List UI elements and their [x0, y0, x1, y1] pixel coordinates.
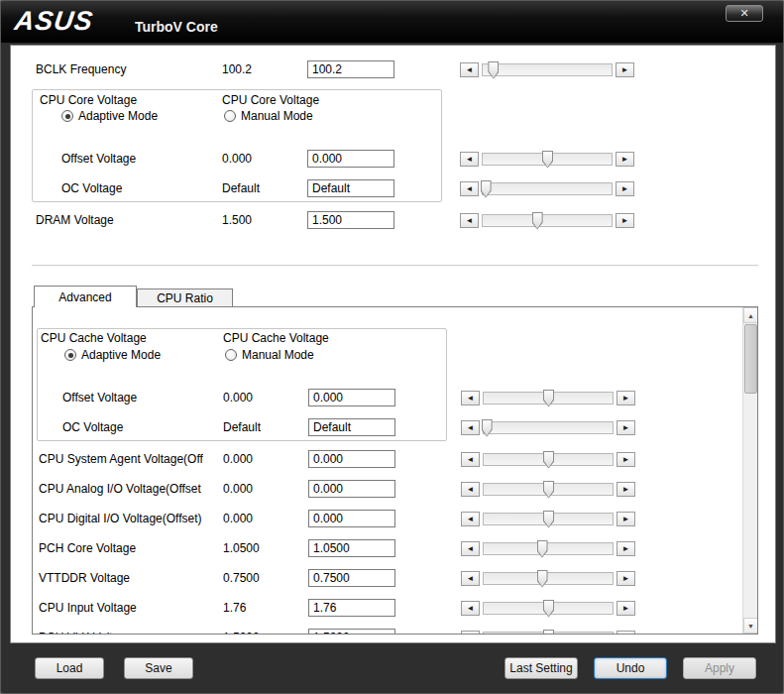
slider-thumb[interactable]: [543, 390, 554, 407]
offset-voltage-input[interactable]: [307, 150, 394, 168]
offset-voltage-slider[interactable]: ◄►: [460, 150, 634, 168]
cpu-core-manual-option[interactable]: Manual Mode: [224, 109, 313, 123]
slider-thumb[interactable]: [488, 61, 499, 79]
slider-thumb[interactable]: [537, 570, 548, 588]
vttddr-voltage-slider[interactable]: ◄►: [461, 569, 635, 587]
slider-right-arrow-icon[interactable]: ►: [616, 181, 634, 196]
pch-core-voltage-slider[interactable]: ◄►: [461, 539, 635, 557]
cpu-system-agent-voltage-input[interactable]: [308, 450, 395, 468]
cpu-core-oc-voltage-row: OC Voltage Default ◄►: [11, 179, 775, 197]
cpu-core-adaptive-radio[interactable]: [61, 110, 73, 122]
slider-thumb[interactable]: [543, 630, 554, 636]
slider-left-arrow-icon[interactable]: ◄: [461, 452, 480, 467]
slider-thumb[interactable]: [537, 540, 548, 558]
tab-advanced[interactable]: Advanced: [34, 286, 137, 307]
dram-voltage-slider[interactable]: ◄►: [460, 211, 634, 229]
slider-left-arrow-icon[interactable]: ◄: [461, 601, 480, 616]
scroll-down-button[interactable]: ▼: [743, 618, 758, 634]
slider-right-arrow-icon[interactable]: ►: [616, 391, 635, 405]
offset-voltage-slider[interactable]: ◄►: [461, 389, 635, 406]
slider-track[interactable]: [483, 483, 614, 496]
slider-thumb[interactable]: [543, 481, 554, 499]
slider-left-arrow-icon[interactable]: ◄: [460, 181, 479, 196]
slider-left-arrow-icon[interactable]: ◄: [461, 420, 480, 435]
oc-voltage-slider[interactable]: ◄►: [460, 179, 634, 197]
slider-right-arrow-icon[interactable]: ►: [616, 601, 635, 616]
slider-right-arrow-icon[interactable]: ►: [616, 213, 634, 228]
apply-button[interactable]: Apply: [683, 657, 756, 679]
slider-thumb[interactable]: [482, 419, 493, 437]
slider-thumb[interactable]: [532, 212, 543, 230]
slider-track[interactable]: [483, 542, 614, 555]
slider-right-arrow-icon[interactable]: ►: [616, 512, 635, 526]
slider-track[interactable]: [482, 182, 613, 195]
slider-track[interactable]: [482, 214, 613, 227]
bclk-frequency-slider[interactable]: ◄►: [460, 60, 634, 78]
slider-right-arrow-icon[interactable]: ►: [616, 541, 635, 556]
slider-track[interactable]: [483, 513, 614, 525]
load-button[interactable]: Load: [35, 657, 104, 679]
slider-track[interactable]: [483, 421, 614, 434]
slider-right-arrow-icon[interactable]: ►: [616, 452, 635, 467]
cpu-digital-io-voltage-slider[interactable]: ◄►: [461, 510, 635, 527]
slider-left-arrow-icon[interactable]: ◄: [460, 213, 479, 228]
slider-right-arrow-icon[interactable]: ►: [616, 482, 635, 497]
cpu-input-voltage-slider[interactable]: ◄►: [461, 599, 635, 617]
cpu-core-adaptive-option[interactable]: Adaptive Mode: [61, 109, 158, 123]
vttddr-voltage-input[interactable]: [308, 569, 395, 587]
slider-track[interactable]: [482, 63, 613, 76]
last-setting-button[interactable]: Last Setting: [504, 657, 578, 679]
slider-thumb[interactable]: [543, 451, 554, 469]
slider-track[interactable]: [483, 453, 614, 466]
slider-track[interactable]: [483, 602, 614, 615]
oc-voltage-input[interactable]: [307, 179, 394, 197]
save-button[interactable]: Save: [124, 657, 193, 679]
slider-left-arrow-icon[interactable]: ◄: [461, 631, 480, 636]
offset-voltage-input[interactable]: [308, 389, 395, 406]
bclk-frequency-input[interactable]: [307, 60, 394, 78]
slider-track[interactable]: [482, 153, 613, 166]
slider-left-arrow-icon[interactable]: ◄: [460, 152, 479, 167]
slider-right-arrow-icon[interactable]: ►: [616, 152, 634, 167]
slider-left-arrow-icon[interactable]: ◄: [461, 482, 480, 497]
slider-thumb[interactable]: [543, 600, 554, 618]
pch-vlx-voltage-input[interactable]: [308, 629, 395, 635]
cpu-analog-io-voltage-input[interactable]: [308, 480, 395, 498]
slider-right-arrow-icon[interactable]: ►: [616, 62, 634, 77]
scrollbar-thumb[interactable]: [744, 324, 757, 394]
tab-cpu-ratio[interactable]: CPU Ratio: [137, 289, 233, 307]
cpu-cache-manual-option[interactable]: Manual Mode: [225, 348, 314, 362]
cpu-system-agent-voltage-slider[interactable]: ◄►: [461, 450, 635, 468]
slider-right-arrow-icon[interactable]: ►: [616, 571, 635, 586]
slider-thumb[interactable]: [481, 180, 492, 198]
slider-thumb[interactable]: [542, 151, 553, 169]
slider-right-arrow-icon[interactable]: ►: [616, 631, 635, 636]
slider-left-arrow-icon[interactable]: ◄: [461, 541, 480, 556]
cpu-cache-adaptive-radio[interactable]: [64, 349, 76, 361]
cpu-core-manual-radio[interactable]: [224, 110, 236, 122]
slider-left-arrow-icon[interactable]: ◄: [461, 571, 480, 586]
advanced-panel: CPU Cache Voltage CPU Cache Voltage Adap…: [32, 306, 758, 635]
dram-voltage-input[interactable]: [307, 211, 394, 229]
slider-left-arrow-icon[interactable]: ◄: [461, 391, 480, 405]
cpu-digital-io-voltage-input[interactable]: [308, 510, 395, 527]
slider-left-arrow-icon[interactable]: ◄: [460, 62, 479, 77]
slider-thumb[interactable]: [543, 511, 554, 528]
slider-track[interactable]: [483, 572, 614, 585]
pch-core-voltage-input[interactable]: [308, 539, 395, 557]
scroll-up-button[interactable]: ▲: [743, 307, 758, 323]
close-button[interactable]: ✕: [726, 5, 763, 22]
cpu-analog-io-voltage-slider[interactable]: ◄►: [461, 480, 635, 498]
slider-track[interactable]: [483, 632, 614, 636]
panel-scrollbar[interactable]: ▲ ▼: [742, 307, 757, 634]
slider-right-arrow-icon[interactable]: ►: [616, 420, 635, 435]
oc-voltage-slider[interactable]: ◄►: [461, 418, 635, 436]
cpu-cache-manual-radio[interactable]: [225, 349, 237, 361]
pch-vlx-voltage-slider[interactable]: ◄►: [461, 629, 635, 635]
undo-button[interactable]: Undo: [594, 657, 667, 679]
cpu-cache-adaptive-option[interactable]: Adaptive Mode: [64, 348, 161, 362]
cpu-input-voltage-input[interactable]: [308, 599, 395, 617]
oc-voltage-input[interactable]: [308, 418, 395, 436]
slider-left-arrow-icon[interactable]: ◄: [461, 512, 480, 526]
slider-track[interactable]: [483, 392, 614, 405]
